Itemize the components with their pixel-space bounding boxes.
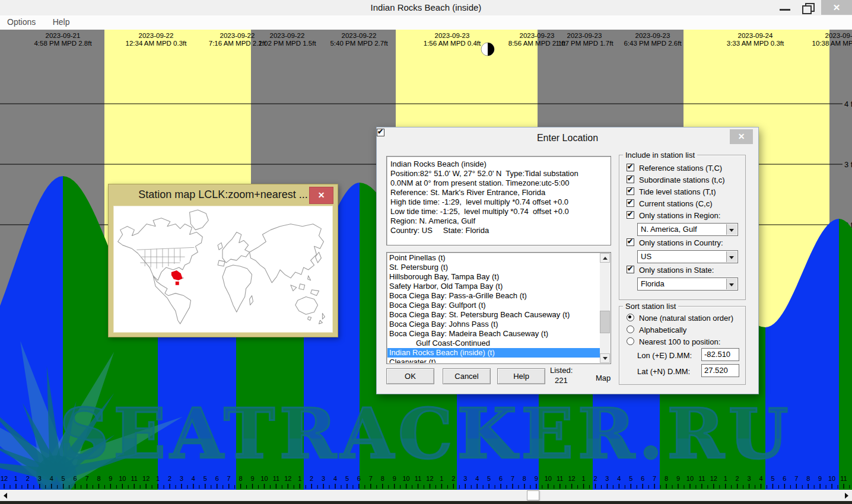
- include-option-row: Only stations in Region:: [627, 210, 745, 222]
- hour-label: 1: [582, 475, 586, 482]
- hour-label: 9: [818, 475, 822, 482]
- radio-button[interactable]: [627, 314, 634, 321]
- hour-label: 6: [215, 475, 219, 482]
- checkbox[interactable]: [627, 238, 634, 246]
- checkbox[interactable]: [627, 164, 634, 171]
- dialog-close-button[interactable]: ✕: [730, 129, 753, 144]
- station-list-item[interactable]: Gulf Coast-Continued: [387, 339, 600, 348]
- enter-location-dialog: Enter Location ✕ Indian Rocks Beach (ins…: [376, 127, 759, 394]
- station-list-item[interactable]: St. Petersburg (t): [387, 263, 600, 272]
- hour-label: 9: [250, 475, 254, 482]
- station-list-item[interactable]: Point Pinellas (t): [387, 253, 600, 263]
- checkbox[interactable]: [627, 211, 634, 219]
- station-info-line: Country: US State: Florida: [390, 226, 611, 235]
- hour-label: 4: [333, 475, 337, 482]
- dropdown-arrow-icon[interactable]: [726, 251, 737, 262]
- menu-help[interactable]: Help: [46, 15, 77, 27]
- hour-label: 8: [665, 475, 668, 482]
- hour-label: 2: [452, 475, 455, 482]
- checkbox-label: Only stations in State:: [639, 266, 714, 275]
- hour-label: 1: [440, 475, 443, 482]
- radio-button[interactable]: [627, 326, 634, 333]
- hour-label: 12: [284, 475, 291, 482]
- station-list-box: Point Pinellas (t)St. Petersburg (t)Hill…: [386, 252, 611, 364]
- scrollbar-thumb[interactable]: [600, 311, 610, 333]
- station-list-item[interactable]: Boca Ciega Bay: Gulfport (t): [387, 301, 600, 310]
- station-info-line: Region: N. America, Gulf: [390, 216, 611, 226]
- close-button[interactable]: ✕: [821, 0, 852, 15]
- checkbox[interactable]: [627, 176, 634, 183]
- checkbox[interactable]: [627, 199, 634, 207]
- station-list-item[interactable]: Boca Ciega Bay: Johns Pass (t): [387, 320, 600, 329]
- tide-annotation-date: 2023-09-23: [520, 32, 555, 39]
- station-list-item[interactable]: Boca Ciega Bay: Pass-a-Grille Beach (t): [387, 291, 600, 301]
- station-list-item[interactable]: Safety Harbor, Old Tampa Bay (t): [387, 282, 600, 291]
- listed-label: Listed:: [550, 366, 573, 375]
- horizontal-scrollbar[interactable]: [0, 490, 852, 501]
- station-list-item-selected[interactable]: Indian Rocks Beach (inside) (t): [387, 348, 600, 358]
- scroll-right-button[interactable]: [841, 490, 852, 501]
- hour-label: 3: [463, 475, 467, 482]
- hour-label: 12: [568, 475, 576, 482]
- coordinate-input[interactable]: -82.510: [701, 348, 739, 361]
- checkbox[interactable]: [627, 187, 634, 195]
- hour-label: 8: [97, 475, 100, 482]
- hour-label: 4: [50, 475, 53, 482]
- scroll-up-button[interactable]: [600, 253, 610, 263]
- radio-label: None (natural station order): [639, 314, 733, 323]
- menu-options[interactable]: Options: [0, 15, 43, 27]
- restore-icon: [802, 5, 812, 14]
- map-checkbox[interactable]: [377, 129, 384, 136]
- dropdown-arrow-icon[interactable]: [726, 279, 737, 289]
- map-checkbox-label: Map: [596, 374, 611, 382]
- include-group: Include in station list Reference statio…: [619, 155, 746, 300]
- dialog-title: Enter Location: [377, 127, 758, 148]
- dropdown[interactable]: N. America, Gulf: [637, 223, 738, 236]
- station-map-title[interactable]: Station map LCLK:zoom+nearest ...: [109, 184, 338, 205]
- station-list-item[interactable]: Boca Ciega Bay: Madeira Beach Causeway (…: [387, 329, 600, 339]
- cancel-button[interactable]: Cancel: [443, 368, 491, 384]
- minimize-button[interactable]: [775, 0, 795, 15]
- station-list-scrollbar[interactable]: [600, 253, 610, 363]
- checkbox[interactable]: [627, 266, 634, 273]
- help-button[interactable]: Help: [497, 368, 545, 384]
- coordinate-input[interactable]: 27.520: [701, 364, 739, 377]
- world-map[interactable]: [113, 206, 333, 333]
- tide-annotation-date: 2023-09-22: [342, 32, 377, 39]
- station-list-item[interactable]: Hillsborough Bay, Tampa Bay (t): [387, 272, 600, 282]
- dropdown-arrow-icon[interactable]: [726, 224, 737, 235]
- hour-label: 2: [26, 475, 30, 482]
- include-option-row: Reference stations (T,C): [627, 162, 745, 174]
- hour-label: 7: [794, 475, 798, 482]
- station-map-close-button[interactable]: ✕: [309, 187, 333, 204]
- hour-label: 10: [260, 475, 268, 482]
- tide-annotation-time: 1:02 PM MPD 1.5ft: [258, 40, 316, 47]
- checkbox-label: Current stations (C,c): [639, 199, 713, 208]
- tide-annotation-date: 2023-09-21: [46, 32, 81, 39]
- scroll-left-button[interactable]: [0, 490, 11, 501]
- hour-label: 1: [298, 475, 301, 482]
- app-window: { "window": {"title": "Indian Rocks Beac…: [0, 0, 852, 504]
- restore-button[interactable]: [797, 0, 818, 15]
- station-list-item[interactable]: Boca Ciega Bay: St. Petersburg Beach Cau…: [387, 310, 600, 320]
- hscrollbar-thumb[interactable]: [527, 490, 539, 500]
- radio-button[interactable]: [627, 337, 634, 345]
- tide-annotation-time: 10:38 AM MPD 2.0ft: [812, 40, 852, 47]
- hour-label: 2: [168, 475, 171, 482]
- coordinate-label: Lat (+N) D.MM:: [637, 367, 690, 376]
- scroll-down-button[interactable]: [600, 353, 610, 363]
- ok-button[interactable]: OK: [386, 368, 434, 384]
- station-info-line: Position:82° 51.0' W, 27° 52.0' N Type:T…: [390, 169, 611, 178]
- dropdown[interactable]: US: [637, 250, 738, 263]
- hour-label: 10: [119, 475, 126, 482]
- hour-label: 7: [653, 475, 656, 482]
- hour-label: 4: [617, 475, 621, 482]
- hour-label: 7: [85, 475, 88, 482]
- dropdown[interactable]: Florida: [637, 277, 738, 291]
- hour-label: 10: [828, 475, 835, 482]
- title-bar: Indian Rocks Beach (inside): [0, 0, 852, 15]
- station-list-item[interactable]: Clearwater (t): [387, 358, 600, 363]
- hour-label: 3: [605, 475, 609, 482]
- hour-label: 5: [629, 475, 632, 482]
- hour-label: 3: [38, 475, 42, 482]
